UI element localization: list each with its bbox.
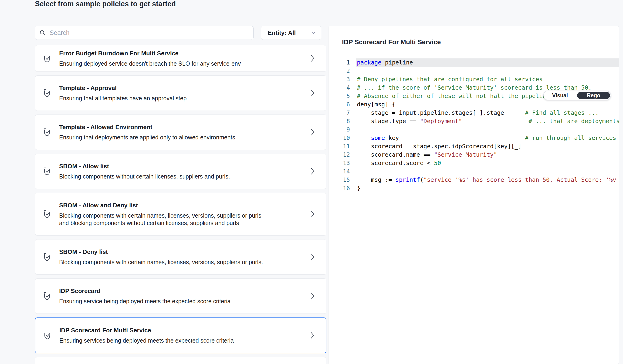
policy-title: Template - Allowed Environment (59, 123, 235, 131)
shield-check-icon (43, 252, 51, 262)
line-number: 8 (329, 117, 350, 126)
line-number: 14 (329, 167, 350, 176)
line-number: 10 (329, 134, 350, 142)
policy-description: Blocking components without certain lice… (59, 173, 230, 180)
code-line: 12 scorecard.name == "Service Maturity" (329, 150, 619, 159)
policy-list: Error Budget Burndown For Multi Service … (35, 45, 326, 364)
line-number: 1 (329, 58, 350, 67)
line-number: 12 (329, 150, 350, 159)
policy-card[interactable]: Error Budget Burndown For Multi Service … (35, 45, 326, 72)
line-number: 9 (329, 126, 350, 134)
shield-check-icon (43, 88, 51, 98)
line-number: 13 (329, 159, 350, 167)
shield-check-icon (43, 291, 51, 301)
policy-title: SBOM - Allow list (59, 162, 230, 170)
shield-check-icon (43, 128, 51, 137)
chevron-right-icon (310, 167, 315, 175)
policy-card[interactable]: Template - Approval Ensuring that all te… (35, 75, 326, 111)
policy-preview-panel: IDP Scorecard For Multi Service 1package… (328, 26, 619, 364)
policy-title: Template - Approval (59, 84, 187, 92)
policy-description: Ensuring service being deployed meets th… (59, 298, 231, 305)
chevron-right-icon (310, 128, 315, 136)
line-number: 15 (329, 176, 350, 184)
shield-check-icon (43, 210, 51, 219)
policy-card[interactable]: IDP Scorecard Ensuring service being dep… (35, 278, 326, 314)
policy-description: Ensuring services being deployed meets t… (59, 337, 234, 344)
policy-card[interactable]: Template - Allowed Environment Ensuring … (35, 114, 326, 150)
chevron-right-icon (310, 331, 315, 339)
policy-title: SBOM - Deny list (59, 248, 263, 256)
shield-check-icon (43, 54, 51, 63)
policy-title: IDP Scorecard For Multi Service (59, 326, 234, 334)
code-line: 15 msg := sprintf("service '%s' has scor… (329, 176, 619, 184)
entity-filter-dropdown[interactable]: Entity: All (261, 26, 321, 40)
shield-check-icon (43, 167, 51, 176)
policy-card-partial[interactable] (35, 357, 326, 364)
code-editor: 1package pipeline23# Deny pipelines that… (329, 58, 619, 193)
policy-description: Ensuring deployed service doesn't breach… (59, 60, 241, 67)
line-number: 6 (329, 100, 350, 109)
policy-description: Ensuring that deployments are applied on… (59, 134, 235, 141)
policy-description: Ensuring that all templates have an appr… (59, 94, 187, 102)
indent-guide (357, 109, 357, 184)
chevron-right-icon (310, 89, 315, 97)
chevron-right-icon (310, 253, 315, 261)
policy-description: Blocking components with certain names, … (59, 212, 264, 227)
code-line: 2 (329, 67, 619, 75)
chevron-right-icon (310, 292, 315, 300)
code-line: 9 (329, 126, 619, 134)
code-line: 10 some key # run through all services (329, 134, 619, 142)
preview-title: IDP Scorecard For Multi Service (342, 38, 441, 46)
policy-card[interactable]: SBOM - Deny list Blocking components wit… (35, 239, 326, 275)
line-number: 7 (329, 109, 350, 117)
line-number: 11 (329, 142, 350, 150)
policy-card[interactable]: IDP Scorecard For Multi Service Ensuring… (35, 318, 326, 353)
line-number: 16 (329, 184, 350, 193)
code-line: 7 stage = input.pipeline.stages[_].stage… (329, 109, 619, 117)
line-number: 5 (329, 92, 350, 100)
preview-header: IDP Scorecard For Multi Service (329, 26, 619, 58)
entity-filter-label: Entity: All (268, 29, 310, 37)
toggle-option-rego[interactable]: Rego (577, 92, 610, 99)
policy-title: SBOM - Allow and Deny list (59, 202, 264, 209)
page-title: Select from sample policies to get start… (35, 0, 176, 8)
chevron-right-icon (310, 210, 315, 218)
policy-card[interactable]: SBOM - Allow list Blocking components wi… (35, 154, 326, 189)
chevron-down-icon (310, 30, 316, 36)
search-input[interactable] (50, 29, 249, 37)
search-box[interactable] (35, 26, 254, 40)
policy-card[interactable]: SBOM - Allow and Deny list Blocking comp… (35, 193, 326, 236)
policy-title: IDP Scorecard (59, 287, 231, 295)
line-number: 2 (329, 67, 350, 75)
code-line: 1package pipeline (329, 58, 619, 67)
search-icon (39, 30, 46, 36)
line-number: 4 (329, 84, 350, 92)
code-line: 13 scorecard.score < 50 (329, 159, 619, 167)
visual-rego-toggle: Visual Rego (543, 91, 611, 100)
toggle-option-visual[interactable]: Visual (544, 91, 577, 100)
code-line: 8 stage.type == "Deployment" # ... that … (329, 117, 619, 126)
policy-title: Error Budget Burndown For Multi Service (59, 50, 241, 57)
code-line: 3# Deny pipelines that are configured fo… (329, 75, 619, 84)
policy-description: Blocking components with certain names, … (59, 258, 263, 266)
code-line: 11 scorecard = stage.spec.idpScorecard[k… (329, 142, 619, 150)
shield-check-icon (44, 331, 51, 340)
code-line: 6deny[msg] { (329, 100, 619, 109)
code-line: 16} (329, 184, 619, 193)
chevron-right-icon (310, 54, 315, 62)
line-number: 3 (329, 75, 350, 84)
code-line: 14 (329, 167, 619, 176)
code-lines: 1package pipeline23# Deny pipelines that… (329, 58, 619, 193)
